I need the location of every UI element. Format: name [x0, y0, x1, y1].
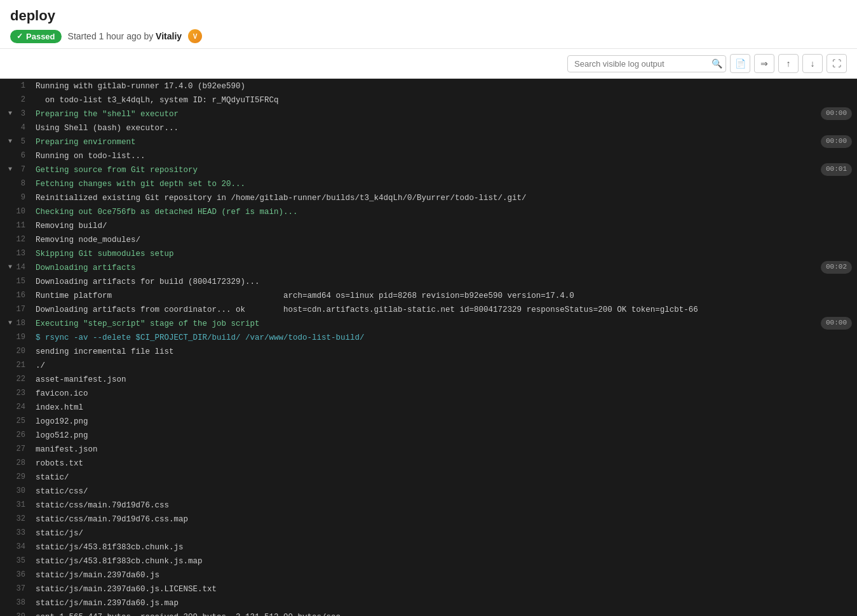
line-content: index.html: [36, 400, 852, 414]
line-number: 37: [15, 582, 36, 595]
expand-button: [5, 358, 15, 360]
line-number: 1: [15, 79, 36, 92]
line-number: 21: [15, 358, 36, 372]
raw-log-button[interactable]: 📄: [730, 54, 750, 73]
expand-button: [5, 442, 15, 444]
expand-button: [5, 246, 15, 248]
search-input[interactable]: [567, 55, 726, 72]
log-line: 32static/css/main.79d19d76.css.map: [0, 512, 857, 526]
log-line: 10Checking out 0ce756fb as detached HEAD…: [0, 204, 857, 218]
line-number: 27: [15, 442, 36, 455]
scroll-bottom-button[interactable]: ↓: [802, 54, 823, 73]
line-content: logo512.png: [36, 428, 852, 442]
expand-button: [5, 302, 15, 304]
search-button[interactable]: 🔍: [712, 58, 722, 69]
line-content: logo192.png: [36, 414, 852, 428]
time-badge: 00:00: [821, 135, 852, 148]
time-badge: 00:02: [821, 261, 852, 274]
line-content: Checking out 0ce756fb as detached HEAD (…: [36, 204, 852, 218]
status-badge: ✓ Passed: [10, 30, 62, 43]
log-line: 4Using Shell (bash) executor...: [0, 121, 857, 135]
log-line: ▼7Getting source from Git repository00:0…: [0, 163, 857, 177]
line-content: manifest.json: [36, 442, 852, 456]
log-line: 29static/: [0, 470, 857, 484]
line-number: 3: [15, 107, 36, 120]
line-content: Downloading artifacts: [36, 260, 821, 274]
log-line: 39sent 1,565,447 bytes received 309 byte…: [0, 610, 857, 616]
log-line: 33static/js/: [0, 526, 857, 540]
line-number: 18: [15, 316, 36, 330]
started-meta: Started 1 hour ago by Vitaliy: [68, 31, 182, 41]
line-content: static/js/main.2397da60.js.LICENSE.txt: [36, 582, 852, 596]
log-line: 28robots.txt: [0, 456, 857, 470]
line-content: Using Shell (bash) executor...: [36, 121, 852, 135]
line-content: favicon.ico: [36, 386, 852, 400]
avatar: V: [188, 29, 202, 43]
line-content: Downloading artifacts for build (8004172…: [36, 274, 852, 288]
expand-button[interactable]: ▼: [5, 163, 15, 175]
expand-button[interactable]: ▼: [5, 135, 15, 147]
line-content: Running on todo-list...: [36, 149, 852, 163]
line-content: Running with gitlab-runner 17.4.0 (b92ee…: [36, 79, 852, 93]
line-content: Fetching changes with git depth set to 2…: [36, 177, 852, 191]
line-content: asset-manifest.json: [36, 372, 852, 386]
expand-button: [5, 218, 15, 220]
log-line: 30static/css/: [0, 484, 857, 498]
line-content: Getting source from Git repository: [36, 163, 821, 177]
log-line: ▼14Downloading artifacts00:02: [0, 260, 857, 274]
log-line: 26logo512.png: [0, 428, 857, 442]
line-number: 29: [15, 470, 36, 483]
expand-button: [5, 191, 15, 192]
line-content: static/js/main.2397da60.js: [36, 568, 852, 582]
log-line: 19$ rsync -av --delete $CI_PROJECT_DIR/b…: [0, 330, 857, 344]
expand-button: [5, 610, 15, 612]
line-content: Preparing environment: [36, 135, 821, 149]
expand-button: [5, 330, 15, 332]
expand-button: [5, 526, 15, 528]
line-number: 11: [15, 218, 36, 232]
expand-button: [5, 484, 15, 486]
line-number: 26: [15, 428, 36, 441]
scroll-top-button[interactable]: ↑: [778, 54, 799, 73]
line-content: robots.txt: [36, 456, 852, 470]
log-line: 35static/js/453.81f383cb.chunk.js.map: [0, 554, 857, 568]
fullscreen-button[interactable]: ⛶: [827, 54, 847, 73]
expand-button: [5, 344, 15, 346]
line-number: 24: [15, 400, 36, 413]
expand-button: [5, 428, 15, 430]
line-content: $ rsync -av --delete $CI_PROJECT_DIR/bui…: [36, 330, 852, 344]
expand-button[interactable]: ▼: [5, 316, 15, 328]
expand-button: [5, 149, 15, 151]
line-number: 14: [15, 260, 36, 274]
line-number: 23: [15, 386, 36, 399]
line-content: sent 1,565,447 bytes received 309 bytes …: [36, 610, 852, 616]
log-line: ▼5Preparing environment00:00: [0, 135, 857, 149]
line-number: 39: [15, 610, 36, 616]
expand-button: [5, 540, 15, 542]
line-number: 36: [15, 568, 36, 581]
expand-button[interactable]: ▼: [5, 107, 15, 119]
time-badge: 00:00: [821, 317, 852, 330]
expand-button: [5, 456, 15, 458]
line-content: on todo-list t3_k4dqLh, system ID: r_MQd…: [36, 93, 852, 107]
scroll-top-icon: ↑: [786, 58, 791, 69]
line-number: 35: [15, 554, 36, 567]
expand-button: [5, 274, 15, 276]
log-line: 1Running with gitlab-runner 17.4.0 (b92e…: [0, 79, 857, 93]
expand-button: [5, 512, 15, 514]
line-number: 17: [15, 302, 36, 316]
line-number: 25: [15, 414, 36, 427]
line-number: 34: [15, 540, 36, 553]
header: deploy ✓ Passed Started 1 hour ago by Vi…: [0, 0, 857, 79]
expand-button: [5, 400, 15, 402]
expand-button: [5, 596, 15, 598]
line-number: 22: [15, 372, 36, 385]
wrap-lines-button[interactable]: ⇒: [754, 54, 774, 73]
line-content: static/js/453.81f383cb.chunk.js: [36, 540, 852, 554]
line-content: static/js/453.81f383cb.chunk.js.map: [36, 554, 852, 568]
time-badge: 00:01: [821, 163, 852, 176]
log-line: 31static/css/main.79d19d76.css: [0, 498, 857, 512]
log-line: 34static/js/453.81f383cb.chunk.js: [0, 540, 857, 554]
log-line: 37static/js/main.2397da60.js.LICENSE.txt: [0, 582, 857, 596]
expand-button[interactable]: ▼: [5, 260, 15, 272]
